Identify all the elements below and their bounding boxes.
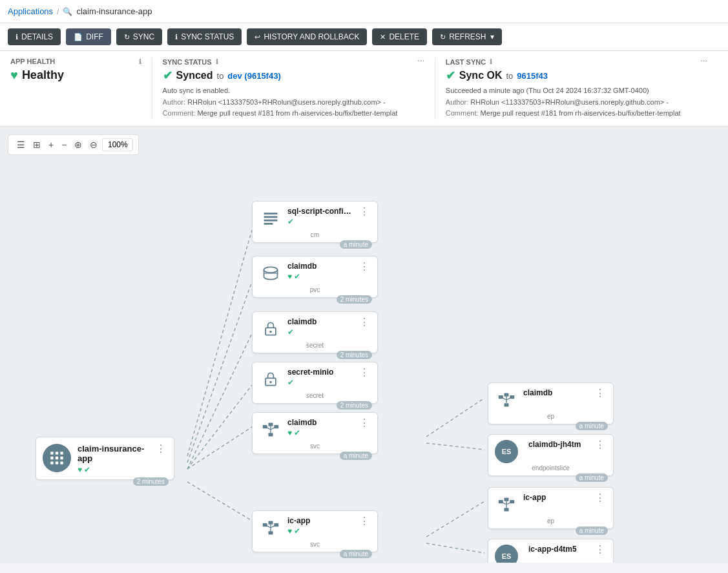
- claimdb-epslice-avatar: ES: [495, 440, 518, 463]
- claimdb-pvc-badge: 2 minutes: [337, 295, 372, 304]
- icapp-svc-node[interactable]: ic-app ♥ ✔ ⋮ svc a minute: [252, 510, 378, 552]
- app-node[interactable]: claim-insurance-app ♥ ✔ ⋮ 2 minutes: [36, 437, 174, 480]
- app-heart-icon: ♥: [78, 465, 82, 474]
- icapp-epslice-avatar: ES: [495, 545, 518, 563]
- graph-area: ☰ ⊞ + − ⊕ ⊖ 100% claim-insur: [0, 127, 728, 563]
- pvc-check-icon: ✔: [294, 272, 300, 281]
- sync-comment-label: Comment:: [163, 109, 196, 117]
- status-panel: APP HEALTH ℹ ♥ Healthy SYNC STATUS ℹ ⋯ ✔…: [0, 51, 728, 127]
- claimdb-epslice-node[interactable]: ES claimdb-jh4tm ⋮ endpointslice a minut…: [488, 434, 614, 476]
- svg-rect-13: [264, 223, 273, 225]
- details-button[interactable]: ℹ DETAILS: [8, 28, 61, 45]
- sync-button[interactable]: ↻ SYNC: [116, 28, 162, 45]
- last-sync-info-icon: ℹ: [490, 58, 492, 65]
- lastsync-comment-label: Comment:: [446, 109, 479, 117]
- lastsync-author-label: Author:: [446, 98, 468, 106]
- sync-author-label: Author:: [163, 98, 185, 106]
- zoom-out-btn2[interactable]: ⊖: [87, 138, 101, 152]
- secret-minio-menu[interactable]: ⋮: [358, 368, 371, 378]
- svg-point-19: [269, 380, 272, 383]
- applications-link[interactable]: Applications: [8, 6, 53, 16]
- claimdb-svc-heart-icon: ♥: [287, 428, 292, 437]
- toolbar: ℹ DETAILS 📄 DIFF ↻ SYNC ℹ SYNC STATUS ↩ …: [0, 23, 728, 51]
- icapp-ep-badge: a minute: [576, 526, 608, 535]
- app-node-name: claim-insurance-app: [78, 444, 148, 463]
- history-icon: ↩: [255, 33, 260, 41]
- zoom-in-button[interactable]: +: [45, 138, 57, 152]
- icapp-svc-badge: a minute: [340, 550, 372, 558]
- sync-check-icon: ✔: [163, 68, 172, 83]
- icapp-epslice-name: ic-app-d4tm5: [528, 545, 588, 554]
- zoom-input[interactable]: 100%: [102, 138, 133, 151]
- delete-button[interactable]: ✕ DELETE: [372, 28, 427, 45]
- svg-line-0: [187, 230, 252, 456]
- lastsync-comment: Merge pull request #181 from rh-aiservic…: [481, 109, 681, 117]
- claimdb-svc-node[interactable]: claimdb ♥ ✔ ⋮ svc a minute: [252, 412, 378, 454]
- sql-configmap-menu[interactable]: ⋮: [358, 207, 371, 217]
- sync-status-button[interactable]: ℹ SYNC STATUS: [167, 28, 242, 45]
- fit-view-button[interactable]: ⊕: [71, 138, 85, 152]
- sql-configmap-type: cm: [259, 231, 371, 238]
- refresh-icon: ↻: [440, 33, 446, 41]
- icapp-ep-name: ic-app: [523, 493, 588, 502]
- svg-point-17: [269, 330, 272, 333]
- app-node-badge: 2 minutes: [133, 477, 169, 486]
- svg-point-14: [264, 267, 278, 273]
- ep-icon: [495, 388, 518, 412]
- icapp-svc-icon: [259, 516, 282, 539]
- claimdb-svc-menu[interactable]: ⋮: [358, 418, 371, 428]
- svg-rect-44: [504, 508, 509, 511]
- node-view-button[interactable]: ⊞: [30, 138, 44, 152]
- svg-rect-21: [269, 422, 273, 426]
- icapp-epslice-menu[interactable]: ⋮: [594, 545, 607, 555]
- diff-button[interactable]: 📄 DIFF: [66, 28, 111, 45]
- app-node-menu[interactable]: ⋮: [154, 444, 167, 454]
- secret-icon: [259, 317, 282, 340]
- secret-minio-node[interactable]: secret-minio ✔ ⋮ secret 2 minutes: [252, 362, 378, 404]
- last-sync-menu[interactable]: ⋯: [700, 57, 707, 66]
- refresh-button[interactable]: ↻ REFRESH ▾: [432, 28, 502, 45]
- sync-status-menu[interactable]: ⋯: [417, 57, 424, 66]
- claimdb-pvc-menu[interactable]: ⋮: [358, 262, 371, 272]
- svc-icon: [259, 418, 282, 441]
- icapp-svc-menu[interactable]: ⋮: [358, 516, 371, 526]
- svg-rect-28: [269, 521, 273, 524]
- zoom-out-button[interactable]: −: [58, 138, 70, 152]
- svg-line-9: [426, 543, 484, 553]
- app-node-icon: [43, 444, 71, 472]
- sync-ok-label: Sync OK: [459, 70, 503, 81]
- claimdb-secret-menu[interactable]: ⋮: [358, 317, 371, 328]
- claimdb-ep-menu[interactable]: ⋮: [594, 388, 607, 399]
- claimdb-pvc-node[interactable]: claimdb ♥ ✔ ⋮ pvc 2 minutes: [252, 256, 378, 298]
- syncstatus-icon: ℹ: [175, 33, 178, 41]
- claimdb-epslice-menu[interactable]: ⋮: [594, 440, 607, 450]
- claimdb-ep-name: claimdb: [523, 388, 588, 397]
- claimdb-svc-name: claimdb: [287, 418, 353, 427]
- icapp-svc-heart-icon: ♥: [287, 526, 292, 536]
- top-nav: Applications / 🔍 claim-insurance-app: [0, 0, 728, 23]
- secret-check-icon: ✔: [287, 328, 294, 337]
- auto-sync-text: Auto sync is enabled.: [163, 85, 424, 97]
- sync-status-info-icon: ℹ: [216, 58, 218, 65]
- claimdb-ep-node[interactable]: claimdb ⋮ ep a minute: [488, 382, 614, 424]
- sync-comment: Merge pull request #181 from rh-aiservic…: [197, 109, 397, 117]
- icapp-svc-name: ic-app: [287, 516, 353, 525]
- health-status: Healthy: [22, 68, 64, 82]
- sql-configmap-node[interactable]: sql-script-configmap ✔ ⋮ cm a minute: [252, 201, 378, 243]
- claimdb-secret-node[interactable]: claimdb ✔ ⋮ secret 2 minutes: [252, 311, 378, 353]
- claimdb-secret-type: secret: [259, 342, 371, 349]
- sync-icon: ↻: [124, 33, 130, 41]
- icapp-ep-node[interactable]: ic-app ⋮ ep a minute: [488, 487, 614, 529]
- claimdb-svc-badge: a minute: [340, 452, 372, 460]
- icapp-ep-menu[interactable]: ⋮: [594, 493, 607, 503]
- sql-configmap-badge: a minute: [340, 240, 372, 249]
- last-sync-time: Succeeded a minute ago (Thu Oct 24 2024 …: [446, 85, 707, 97]
- secret-minio-name: secret-minio: [287, 368, 353, 377]
- svg-rect-12: [264, 220, 278, 222]
- list-view-button[interactable]: ☰: [14, 138, 28, 152]
- history-rollback-button[interactable]: ↩ HISTORY AND ROLLBACK: [247, 28, 367, 45]
- delete-icon: ✕: [380, 33, 386, 41]
- icapp-epslice-node[interactable]: ES ic-app-d4tm5 ⋮ endpointslice a minute: [488, 539, 614, 563]
- svg-line-7: [426, 443, 484, 450]
- app-health-info-icon: ℹ: [139, 58, 141, 65]
